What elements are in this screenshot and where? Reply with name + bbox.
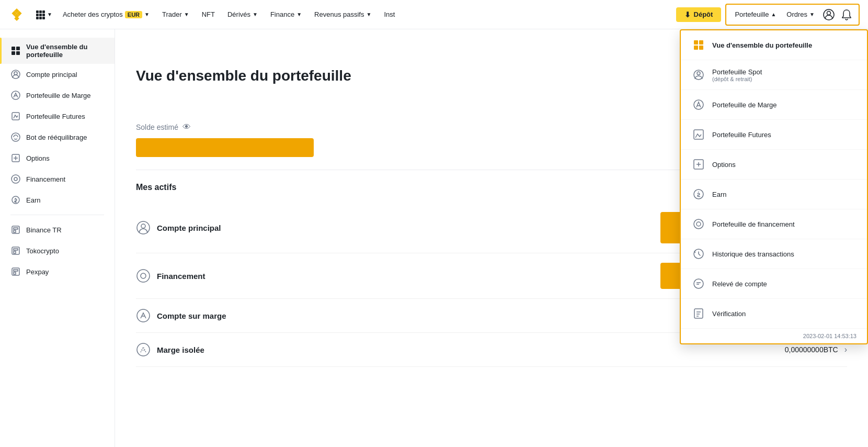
svg-rect-14 [16, 51, 20, 55]
svg-rect-40 [694, 130, 703, 139]
dropdown-item-futures[interactable]: Portefeuille Futures [681, 120, 867, 150]
svg-rect-6 [36, 17, 39, 19]
main-layout: Vue d'ensemble du portefeuille Compte pr… [0, 29, 868, 447]
top-nav: ▼ Acheter des cryptos EUR ▼ Trader ▼ NFT… [0, 0, 868, 29]
derives-nav[interactable]: Dérivés ▼ [223, 8, 262, 20]
trader-nav[interactable]: Trader ▼ [158, 8, 193, 20]
svg-rect-0 [36, 10, 39, 13]
dropdown-item-spot[interactable]: Portefeuille Spot (dépôt & retrait) [681, 60, 867, 90]
marge-icon [10, 90, 21, 100]
svg-rect-11 [12, 47, 15, 50]
svg-rect-12 [16, 47, 20, 50]
portefeuille-nav-button[interactable]: Portefeuille ▲ [730, 8, 780, 20]
page-title: Vue d'ensemble du portefeuille [136, 68, 351, 84]
nav-right-section: Portefeuille ▲ Ordres ▼ [725, 4, 860, 26]
svg-point-31 [137, 309, 150, 322]
svg-point-19 [12, 133, 20, 141]
asset-left: Compte sur marge [136, 308, 226, 323]
dropdown-options-icon [691, 157, 706, 172]
dropdown-item-financement[interactable]: Portefeuille de financement [681, 209, 867, 239]
notification-icon-button[interactable] [839, 7, 854, 23]
revenus-nav[interactable]: Revenus passifs ▼ [310, 8, 375, 20]
depot-nav-button[interactable]: ⬇ Dépôt [676, 7, 722, 22]
bot-icon [10, 132, 21, 142]
chevron-right-icon: › [844, 345, 847, 354]
svg-point-30 [141, 273, 146, 278]
dropdown-item-releve[interactable]: Relevé de compte [681, 269, 867, 299]
acheter-cryptos-nav[interactable]: Acheter des cryptos EUR ▼ [59, 8, 154, 20]
svg-point-45 [694, 279, 703, 288]
dropdown-spot-icon [691, 68, 706, 82]
svg-point-16 [14, 72, 17, 75]
compte-marge-row-icon [136, 308, 151, 323]
sidebar: Vue d'ensemble du portefeuille Compte pr… [0, 29, 115, 447]
account-icon-button[interactable] [821, 7, 837, 23]
sidebar-item-portefeuille-futures[interactable]: Portefeuille Futures [0, 106, 115, 127]
dropdown-item-earn[interactable]: Earn [681, 180, 867, 209]
sidebar-item-bot-reequilibrage[interactable]: Bot de rééquilibrage [0, 127, 115, 148]
sidebar-item-portefeuille-marge[interactable]: Portefeuille de Marge [0, 85, 115, 106]
dropdown-verification-icon [691, 306, 706, 321]
sidebar-item-pexpay[interactable]: Pexpay [0, 261, 115, 282]
svg-point-42 [694, 219, 703, 229]
dropdown-timestamp: 2023-02-01 14:53:13 [681, 329, 867, 343]
svg-rect-2 [42, 10, 45, 13]
svg-rect-4 [39, 14, 42, 16]
sidebar-item-earn[interactable]: Earn [0, 189, 115, 210]
svg-rect-36 [699, 46, 703, 50]
asset-right: 0,00000000BTC › [785, 345, 847, 354]
sidebar-divider [10, 215, 104, 215]
svg-point-22 [14, 177, 17, 181]
svg-rect-13 [12, 51, 15, 55]
svg-rect-46 [694, 309, 703, 318]
svg-rect-34 [699, 40, 703, 44]
svg-point-10 [827, 11, 831, 15]
sidebar-item-binance-tr[interactable]: Binance TR [0, 219, 115, 240]
eye-icon[interactable]: 👁 [182, 122, 191, 132]
vue-ensemble-icon [10, 46, 21, 56]
asset-left: Compte principal [136, 220, 221, 235]
svg-rect-35 [694, 46, 698, 50]
dropdown-item-marge[interactable]: Portefeuille de Marge [681, 90, 867, 120]
dropdown-financement-icon [691, 217, 706, 231]
dropdown-item-verification[interactable]: Vérification [681, 299, 867, 329]
svg-rect-7 [39, 17, 42, 19]
dropdown-item-options[interactable]: Options [681, 150, 867, 180]
svg-point-43 [696, 222, 701, 226]
svg-point-32 [137, 343, 150, 356]
dropdown-grid-icon [691, 38, 706, 52]
dropdown-historique-icon [691, 247, 706, 261]
svg-rect-3 [36, 14, 39, 16]
asset-left: Marge isolée [136, 342, 204, 357]
sidebar-item-financement[interactable]: Financement [0, 169, 115, 189]
logo[interactable] [8, 6, 25, 23]
tokocrypto-icon [10, 245, 21, 256]
sidebar-item-options[interactable]: Options [0, 148, 115, 169]
svg-rect-1 [39, 10, 42, 13]
dropdown-releve-icon [691, 276, 706, 291]
finance-nav[interactable]: Finance ▼ [266, 8, 306, 20]
financement-icon [10, 174, 21, 184]
ordres-nav-button[interactable]: Ordres ▼ [782, 8, 819, 20]
dropdown-futures-icon [691, 127, 706, 142]
svg-point-21 [12, 175, 20, 183]
solde-bar [136, 138, 314, 157]
portefeuille-dropdown: Vue d'ensemble du portefeuille Portefeui… [680, 29, 868, 344]
dropdown-item-vue-ensemble[interactable]: Vue d'ensemble du portefeuille [681, 30, 867, 60]
svg-rect-8 [42, 17, 45, 19]
svg-point-28 [141, 224, 145, 228]
svg-rect-5 [42, 14, 45, 16]
grid-menu-button[interactable]: ▼ [33, 8, 54, 21]
marge-isolee-row-icon [136, 342, 151, 357]
financement-row-icon [136, 269, 151, 283]
svg-point-38 [697, 72, 700, 75]
dropdown-marge-icon [691, 97, 706, 112]
sidebar-item-tokocrypto[interactable]: Tokocrypto [0, 240, 115, 261]
nft-nav[interactable]: NFT [198, 8, 219, 20]
svg-point-29 [137, 270, 150, 282]
futures-icon [10, 111, 21, 121]
inst-nav[interactable]: Inst [380, 8, 399, 20]
sidebar-item-vue-ensemble[interactable]: Vue d'ensemble du portefeuille [0, 38, 115, 64]
sidebar-item-compte-principal[interactable]: Compte principal [0, 64, 115, 85]
dropdown-item-historique[interactable]: Historique des transactions [681, 239, 867, 269]
